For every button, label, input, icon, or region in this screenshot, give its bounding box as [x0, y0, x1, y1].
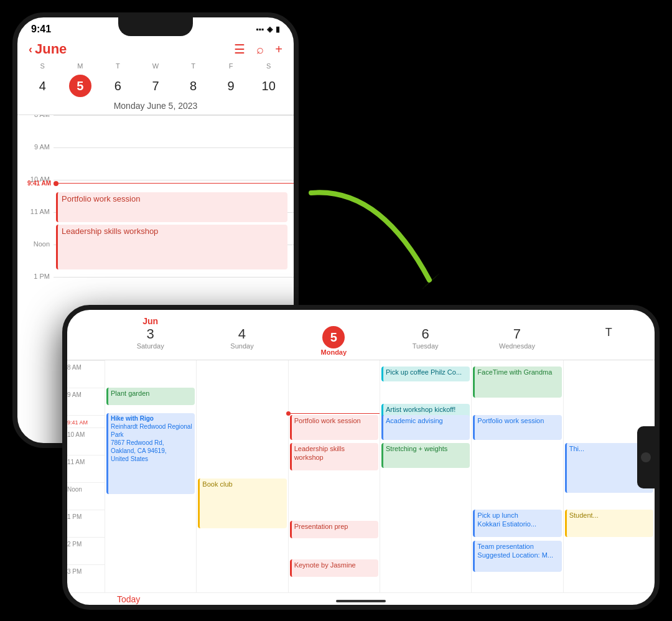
event-label: Keynote by Jasmine [294, 561, 356, 569]
date-label: Monday June 5, 2023 [17, 98, 294, 115]
col-month-empty2: . [288, 316, 380, 326]
event-pickup-coffee[interactable]: Pick up coffee Philz Co... [381, 367, 470, 381]
col-header-mon[interactable]: . 5 Monday [288, 315, 380, 357]
event-label: Book club [202, 480, 232, 488]
wifi-icon: ◈ [267, 25, 273, 34]
week-header: Jun 3 Saturday . 4 Sunday . 5 Monday . 6… [67, 315, 655, 360]
event-facetime-grandma[interactable]: FaceTime with Grandma [473, 367, 561, 398]
notch [118, 17, 193, 36]
time-label-8am: 8 AM [17, 115, 54, 118]
month-back[interactable]: ‹ June [29, 41, 67, 57]
col-header-sat[interactable]: Jun 3 Saturday [105, 315, 196, 357]
day-num-9[interactable]: 9 [220, 75, 242, 97]
col-month-empty5: . [563, 316, 655, 326]
day-col-sat[interactable]: Plant garden Hike with Rigo Reinhardt Re… [105, 360, 196, 592]
camera-lens [641, 452, 651, 462]
col-header-wed[interactable]: . 7 Wednesday [471, 315, 562, 357]
event-label: Portfolio work session [477, 417, 544, 424]
home-indicator-landscape [336, 600, 386, 602]
col-header-thu[interactable]: . T [563, 315, 655, 357]
day-label-s2: S [250, 62, 287, 72]
event-pickup-lunch[interactable]: Pick up lunchKokkari Estiatorio... [473, 510, 561, 537]
green-arrow [305, 174, 467, 314]
event-stretching[interactable]: Stretching + weights [381, 443, 470, 468]
event-leadership-mon[interactable]: Leadership skillsworkshop [290, 443, 378, 470]
ts-9am: 9 AM [67, 388, 105, 415]
current-time-label: 9:41 AM [17, 180, 54, 187]
col-num-3: 3 [105, 326, 196, 342]
current-time-dot [54, 181, 58, 186]
col-day-tue: Tuesday [380, 342, 471, 350]
col-month-jun: Jun [105, 316, 196, 326]
event-portfolio-portrait[interactable]: Portfolio work session [56, 192, 287, 222]
event-team-presentation[interactable]: Team presentationSuggested Location: M..… [473, 541, 561, 572]
event-presentation-prep[interactable]: Presentation prep [290, 521, 378, 538]
event-label: Presentation prep [294, 523, 348, 530]
time-row-8am: 8 AM [17, 115, 294, 147]
day-col-mon-inner: Portfolio work session Leadership skills… [289, 360, 380, 592]
event-label: Leadership skillsworkshop [294, 445, 345, 461]
time-line-1pm [54, 277, 294, 278]
event-student[interactable]: Student... [565, 510, 653, 537]
ts-10am: 10 AM [67, 427, 105, 455]
add-icon[interactable]: + [275, 42, 282, 57]
event-portfolio-mon[interactable]: Portfolio work session [290, 415, 378, 440]
day-col-wed[interactable]: FaceTime with Grandma Portfolio work ses… [471, 360, 562, 592]
day-label-t1: T [99, 62, 137, 72]
tl-2pm: 2 PM [67, 541, 85, 548]
day-col-wed-inner: FaceTime with Grandma Portfolio work ses… [472, 360, 562, 592]
event-label-country: United States [111, 455, 192, 463]
chevron-left-icon: ‹ [29, 43, 32, 56]
time-grid: 8 AM 9 AM 9:41 AM 10 AM 11 AM Noon 1 PM … [67, 360, 655, 592]
day-col-sun[interactable]: Book club [196, 360, 287, 592]
day-label-s1: S [24, 62, 62, 72]
battery-icon: ▮ [276, 25, 280, 34]
event-hike-rigo[interactable]: Hike with Rigo Reinhardt Redwood Regiona… [106, 413, 195, 494]
col-num-5-today: 5 [322, 326, 345, 348]
ts-8am: 8 AM [67, 360, 105, 388]
time-label-11am: 11 AM [17, 208, 54, 215]
day-col-tue[interactable]: Pick up coffee Philz Co... Artist worksh… [380, 360, 471, 592]
list-icon[interactable]: ☰ [234, 42, 245, 57]
event-leadership-portrait[interactable]: Leadership skills workshop [56, 225, 287, 269]
status-time: 9:41 [31, 24, 51, 35]
tl-8am: 8 AM [67, 364, 85, 371]
event-academic-advising[interactable]: Academic advising [381, 415, 470, 440]
col-header-tue[interactable]: . 6 Tuesday [380, 315, 471, 357]
event-book-club[interactable]: Book club [198, 479, 286, 528]
day-num-10[interactable]: 10 [258, 75, 280, 97]
search-icon[interactable]: ⌕ [256, 42, 264, 57]
day-col-sun-inner: Book club [197, 360, 287, 592]
event-label: Leadership skills workshop [62, 226, 158, 236]
day-label-f: F [212, 62, 250, 72]
col-header-sun[interactable]: . 4 Sunday [196, 315, 287, 357]
event-label: Stretching + weights [386, 445, 447, 452]
time-label-noon: Noon [17, 241, 54, 248]
event-portfolio-wed[interactable]: Portfolio work session [473, 415, 561, 440]
ts-3pm: 3 PM [67, 564, 105, 592]
day-num-4[interactable]: 4 [31, 75, 54, 97]
today-button[interactable]: Today [117, 594, 140, 604]
tl-9am: 9 AM [67, 391, 85, 398]
col-day-sun: Sunday [196, 342, 287, 350]
ts-noon: Noon [67, 482, 105, 510]
event-label: FaceTime with Grandma [477, 368, 552, 376]
day-num-5-today[interactable]: 5 [69, 75, 91, 97]
event-label: Team presentationSuggested Location: M..… [477, 543, 553, 559]
col-month-empty3: . [380, 316, 471, 326]
day-num-7[interactable]: 7 [144, 75, 167, 97]
day-label-m: M [62, 62, 100, 72]
event-label: Thi... [569, 445, 584, 452]
current-time-dot-landscape [286, 411, 291, 416]
day-col-tue-inner: Pick up coffee Philz Co... Artist worksh… [380, 360, 471, 592]
col-month-empty1: . [196, 316, 287, 326]
ts-2pm: 2 PM [67, 537, 105, 564]
event-keynote-jasmine[interactable]: Keynote by Jasmine [290, 559, 378, 577]
day-col-sat-inner: Plant garden Hike with Rigo Reinhardt Re… [105, 360, 196, 592]
month-label: June [35, 41, 67, 57]
event-plant-garden[interactable]: Plant garden [106, 388, 195, 405]
day-col-mon[interactable]: Portfolio work session Leadership skills… [288, 360, 380, 592]
day-num-6[interactable]: 6 [106, 75, 129, 97]
tl-noon: Noon [67, 486, 86, 493]
day-num-8[interactable]: 8 [182, 75, 205, 97]
